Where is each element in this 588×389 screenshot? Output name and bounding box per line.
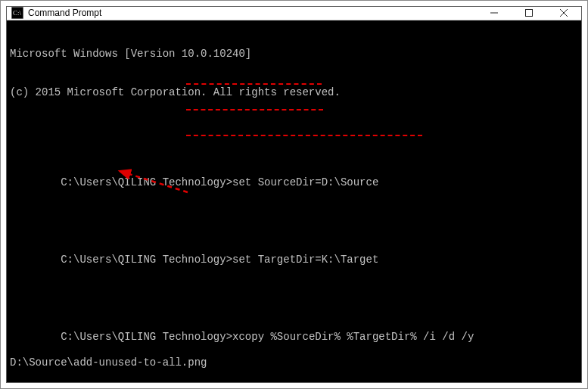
svg-rect-4	[526, 10, 533, 17]
terminal-body[interactable]: Microsoft Windows [Version 10.0.10240] (…	[7, 20, 581, 382]
command-prompt-window: C:\ Command Prompt	[6, 6, 582, 383]
titlebar[interactable]: C:\ Command Prompt	[7, 7, 581, 20]
command-set-target: set TargetDir=K:\Target	[232, 254, 378, 266]
svg-text:C:\: C:\	[13, 9, 22, 17]
prompt: C:\Users\QILING Technology>	[61, 254, 232, 266]
annotation-underline-3	[186, 135, 422, 136]
annotation-underline-2	[186, 109, 323, 110]
window-controls	[477, 7, 581, 20]
terminal-copyright-line: (c) 2015 Microsoft Corporation. All righ…	[10, 86, 341, 98]
terminal-header-line: Microsoft Windows [Version 10.0.10240]	[10, 48, 251, 60]
annotation-underline-1	[186, 83, 322, 85]
prompt: C:\Users\QILING Technology>	[61, 331, 232, 343]
output-file-1: D:\Source\add-unused-to-all.png	[10, 356, 207, 369]
screenshot-frame: C:\ Command Prompt	[0, 0, 588, 389]
window-title: Command Prompt	[28, 8, 101, 18]
annotation-arrow-icon	[112, 168, 195, 198]
maximize-button[interactable]	[512, 7, 546, 20]
minimize-button[interactable]	[477, 7, 512, 20]
close-button[interactable]	[546, 7, 581, 20]
command-set-source: set SourceDir=D:\Source	[232, 176, 378, 188]
command-xcopy: xcopy %SourceDir% %TargetDir% /i /d /y	[232, 331, 474, 343]
svg-line-7	[120, 171, 188, 192]
cmd-app-icon: C:\	[11, 7, 23, 19]
